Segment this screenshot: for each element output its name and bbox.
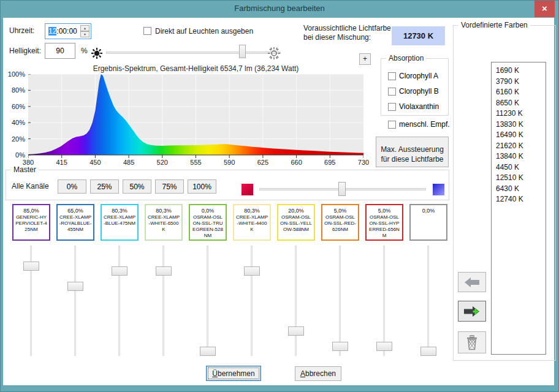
human-sensitivity-row: menschl. Empf.	[388, 120, 450, 129]
channel-slider-thumb-3[interactable]	[112, 266, 127, 276]
channel-slider-thumb-7[interactable]	[288, 326, 304, 336]
predefined-color-item-9[interactable]: 13840 K	[492, 151, 546, 162]
predefined-color-item-3[interactable]: 6160 K	[492, 87, 546, 98]
channel-box-8: 5,0%OSRAM-OSLON-SSL-RED-626NM	[321, 204, 359, 241]
absorption-option-row: Clorophyll A	[388, 72, 439, 80]
max-drive-label-line1: Max. Aussteuerung	[381, 145, 444, 154]
time-spinner[interactable]: 12:00:00 ▲ ▼	[45, 23, 91, 39]
brightness-slider-thumb[interactable]	[239, 45, 246, 58]
arrow-right-plus-icon	[464, 306, 480, 317]
channel-percent: 5,0%	[322, 208, 358, 214]
channel-slider-track-3[interactable]	[118, 246, 120, 356]
channel-percent: 80,3%	[146, 208, 181, 214]
spin-up-button[interactable]: ▲	[80, 25, 89, 31]
predefined-color-item-4[interactable]: 8650 K	[492, 98, 546, 109]
titlebar[interactable]: Farbmischung bearbeiten ×	[1, 1, 558, 18]
master-preset-button-25pct[interactable]: 25%	[90, 179, 119, 194]
human-sensitivity-label: menschl. Empf.	[399, 120, 450, 129]
master-preset-button-100pct[interactable]: 100%	[188, 179, 216, 194]
predefined-color-item-10[interactable]: 4450 K	[492, 162, 546, 173]
predefined-color-item-8[interactable]: 21620 K	[492, 141, 546, 152]
human-sensitivity-checkbox[interactable]	[388, 121, 396, 129]
spin-down-button[interactable]: ▼	[80, 31, 89, 37]
predefined-color-item-1[interactable]: 1690 K	[492, 66, 546, 77]
y-axis-tick-label: 60%	[6, 103, 25, 110]
channel-slider-track-4[interactable]	[162, 246, 164, 356]
channel-percent: 80,3%	[102, 208, 137, 214]
channel-percent: 0,0%	[411, 208, 446, 214]
absorption-checkbox-2[interactable]	[388, 88, 396, 96]
predefined-colors-list[interactable]: 1690 K3790 K6160 K8650 K11230 K13830 K16…	[491, 62, 546, 355]
absorption-option-row: Clorophyll B	[388, 87, 439, 96]
channel-slider-track-6[interactable]	[251, 246, 253, 356]
window-title: Farbmischung bearbeiten	[234, 4, 324, 13]
channel-box-9: 5,0%OSRAM-OSLON-SSL-HYPERRED-656NM	[365, 204, 403, 241]
channel-slider-thumb-2[interactable]	[67, 282, 83, 291]
master-blue-swatch	[433, 184, 444, 195]
master-color-slider-thumb[interactable]	[338, 182, 346, 196]
brightness-slider-track[interactable]	[106, 51, 281, 54]
channel-slider-track-10[interactable]	[427, 246, 429, 356]
predefined-color-item-2[interactable]: 3790 K	[492, 77, 546, 88]
channel-box-3: 80,3%CREE-XLAMP-BLUE-475NM	[101, 204, 139, 241]
channel-slider-track-7[interactable]	[295, 246, 297, 356]
channel-slider-thumb-5[interactable]	[200, 347, 216, 356]
predefined-colors-legend: Vordefinierte Farben	[458, 21, 530, 29]
close-button[interactable]: ×	[534, 1, 555, 17]
channel-percent: 85,0%	[13, 208, 49, 214]
x-axis-tick-label: 415	[53, 159, 71, 166]
y-axis-tick-label: 0%	[6, 151, 25, 159]
x-axis-tick-label: 695	[321, 159, 339, 166]
master-preset-button-75pct[interactable]: 75%	[155, 179, 184, 194]
absorption-option-label: Violaxanthin	[399, 102, 439, 111]
absorption-checkbox-1[interactable]	[388, 72, 396, 80]
apply-button[interactable]: Übernehmen	[206, 366, 261, 381]
channel-slider-thumb-1[interactable]	[23, 262, 39, 271]
brightness-input[interactable]	[45, 43, 75, 59]
x-axis-tick-label: 555	[187, 159, 205, 166]
direct-output-checkbox[interactable]	[143, 27, 151, 35]
channel-box-2: 65,0%CREE-XLAMP-ROYALBLUE-455NM	[56, 204, 94, 241]
predefined-color-item-11[interactable]: 12510 K	[492, 173, 546, 184]
channel-percent: 5,0%	[367, 208, 402, 214]
predefined-color-item-5[interactable]: 11230 K	[492, 108, 546, 119]
cancel-rest: bbrechen	[305, 369, 336, 378]
channel-slider-track-9[interactable]	[383, 246, 385, 356]
channel-slider-track-2[interactable]	[74, 246, 76, 356]
predicted-kelvin-badge: 12730 K	[392, 26, 445, 45]
expand-plus-button[interactable]: +	[359, 53, 371, 65]
absorption-legend: Absorption	[386, 54, 426, 62]
channel-slider-thumb-4[interactable]	[156, 266, 172, 276]
load-preset-button[interactable]	[458, 272, 486, 292]
predefined-color-item-6[interactable]: 13830 K	[492, 119, 546, 130]
predefined-color-item-12[interactable]: 6430 K	[492, 184, 546, 195]
channel-box-4: 80,3%CREE-XLAMP-WHITE-6500K	[145, 204, 183, 241]
channel-name: GENERIC-HYPERVIOLET-425NM	[13, 214, 49, 233]
predefined-color-item-7[interactable]: 16490 K	[492, 130, 546, 141]
channel-slider-thumb-6[interactable]	[244, 266, 260, 276]
channel-slider-track-8[interactable]	[339, 246, 341, 356]
x-axis-tick-label: 450	[86, 159, 104, 166]
max-drive-button[interactable]: Max. Aussteuerung für diese Lichtfarbe	[376, 137, 449, 167]
cancel-button[interactable]: Abbrechen	[295, 366, 341, 381]
master-preset-button-0pct[interactable]: 0%	[58, 179, 86, 194]
predefined-color-item-13[interactable]: 12740 K	[492, 194, 546, 205]
channel-slider-thumb-9[interactable]	[376, 342, 392, 351]
brightness-percent-sign: %	[81, 47, 88, 55]
channel-box-7: 20,0%OSRAM-OSLON-SSL-YELLOW-588NM	[277, 204, 315, 241]
apply-accel: Ü	[212, 369, 218, 378]
channel-slider-thumb-10[interactable]	[420, 347, 436, 356]
add-preset-button[interactable]	[458, 301, 486, 322]
channel-slider-thumb-8[interactable]	[332, 342, 348, 351]
trash-icon	[465, 335, 479, 350]
x-axis-tick-label: 485	[120, 159, 138, 166]
x-axis-tick-label: 520	[153, 159, 172, 166]
absorption-checkbox-3[interactable]	[388, 103, 396, 111]
channel-slider-track-5[interactable]	[207, 246, 208, 356]
time-spinner-buttons: ▲ ▼	[80, 25, 89, 37]
delete-preset-button[interactable]	[458, 331, 486, 353]
sun-dim-icon	[91, 47, 103, 59]
master-preset-button-50pct[interactable]: 50%	[123, 179, 151, 194]
y-axis-tick-label: 40%	[6, 119, 25, 126]
x-axis-tick-label: 590	[220, 159, 238, 166]
